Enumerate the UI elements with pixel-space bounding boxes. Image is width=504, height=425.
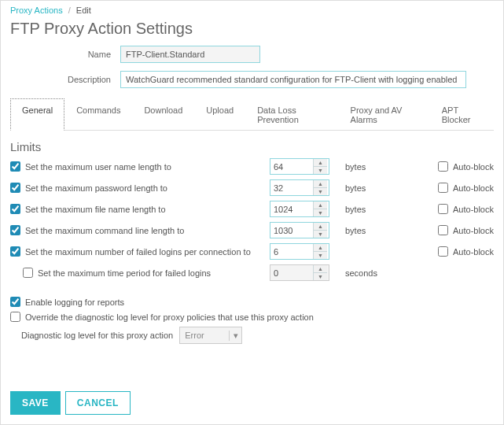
tab-upload[interactable]: Upload — [194, 98, 245, 131]
limit-label: Set the maximum time period for failed l… — [38, 268, 211, 278]
tab-bar: General Commands Download Upload Data Lo… — [10, 98, 494, 131]
spinner-icon[interactable]: ▲▼ — [313, 244, 327, 259]
autoblock-checkbox[interactable] — [438, 246, 448, 257]
breadcrumb-current: Edit — [76, 6, 91, 15]
tab-dlp[interactable]: Data Loss Prevention — [245, 98, 338, 131]
spinner-icon[interactable]: ▲▼ — [313, 180, 327, 195]
limit-checkbox[interactable] — [10, 246, 20, 257]
override-loglevel-checkbox[interactable] — [10, 312, 20, 322]
breadcrumb-link[interactable]: Proxy Actions — [10, 6, 63, 15]
limit-input[interactable] — [270, 159, 313, 174]
limit-label: Set the maximum user name length to — [25, 162, 171, 172]
limit-row: Set the maximum file name length to▲▼byt… — [10, 201, 494, 217]
tab-commands[interactable]: Commands — [64, 98, 132, 131]
limit-unit: bytes — [340, 183, 403, 193]
autoblock-checkbox[interactable] — [438, 161, 448, 172]
spinner-icon[interactable]: ▲▼ — [313, 223, 327, 238]
autoblock-label: Auto-block — [453, 226, 494, 235]
limit-stepper: ▲▼ — [270, 264, 329, 281]
limit-input[interactable] — [270, 180, 313, 195]
breadcrumb: Proxy Actions / Edit — [10, 6, 494, 15]
description-input[interactable] — [120, 71, 466, 88]
limit-stepper[interactable]: ▲▼ — [270, 243, 329, 260]
tab-apt[interactable]: APT Blocker — [430, 98, 494, 131]
limit-input[interactable] — [270, 201, 313, 216]
tab-download[interactable]: Download — [132, 98, 194, 131]
limit-label: Set the maximum password length to — [25, 183, 167, 193]
limit-stepper[interactable]: ▲▼ — [270, 179, 329, 196]
override-loglevel-label: Override the diagnostic log level for pr… — [25, 312, 314, 322]
loglevel-label: Diagnostic log level for this proxy acti… — [21, 331, 173, 340]
cancel-button[interactable]: CANCEL — [65, 391, 131, 415]
limit-checkbox[interactable] — [10, 225, 20, 235]
autoblock-label: Auto-block — [453, 183, 494, 193]
save-button[interactable]: SAVE — [10, 391, 61, 415]
button-row: SAVE CANCEL — [10, 391, 131, 415]
autoblock-label: Auto-block — [453, 162, 494, 172]
enable-logging-checkbox[interactable] — [10, 297, 20, 307]
limit-row: Set the maximum password length to▲▼byte… — [10, 179, 494, 196]
name-label: Name — [10, 50, 120, 59]
spinner-icon[interactable]: ▲▼ — [313, 201, 327, 216]
tab-general[interactable]: General — [10, 98, 64, 131]
name-input[interactable] — [120, 46, 260, 63]
limit-input[interactable] — [270, 244, 313, 259]
limit-row: Set the maximum user name length to▲▼byt… — [10, 158, 494, 175]
autoblock-checkbox[interactable] — [438, 183, 448, 193]
chevron-down-icon: ▾ — [229, 331, 241, 341]
limit-label: Set the maximum number of failed logins … — [25, 247, 251, 257]
limit-input[interactable] — [270, 223, 313, 238]
limit-row: Set the maximum time period for failed l… — [10, 264, 494, 281]
limit-label: Set the maximum file name length to — [25, 205, 166, 214]
limit-stepper[interactable]: ▲▼ — [270, 201, 329, 217]
settings-panel: Proxy Actions / Edit FTP Proxy Action Se… — [0, 0, 504, 425]
description-label: Description — [10, 75, 120, 84]
autoblock-checkbox[interactable] — [438, 204, 448, 214]
limit-unit: bytes — [340, 205, 403, 214]
limit-unit: bytes — [340, 162, 403, 172]
name-row: Name — [10, 46, 494, 63]
limit-unit: bytes — [340, 226, 403, 235]
limit-label: Set the maximum command line length to — [25, 226, 184, 235]
limit-checkbox[interactable] — [10, 204, 20, 214]
limit-unit: seconds — [340, 268, 403, 278]
description-row: Description — [10, 71, 494, 88]
autoblock-label: Auto-block — [453, 247, 494, 257]
enable-logging-label: Enable logging for reports — [25, 298, 124, 307]
loglevel-value: Error — [180, 331, 229, 340]
autoblock-label: Auto-block — [453, 205, 494, 214]
limit-checkbox[interactable] — [23, 268, 33, 278]
breadcrumb-separator: / — [68, 6, 71, 15]
autoblock-checkbox[interactable] — [438, 225, 448, 235]
logging-section: Enable logging for reports Override the … — [10, 297, 494, 344]
limit-row: Set the maximum number of failed logins … — [10, 243, 494, 260]
page-title: FTP Proxy Action Settings — [10, 20, 494, 38]
limits-title: Limits — [10, 140, 494, 153]
limit-stepper[interactable]: ▲▼ — [270, 222, 329, 238]
limit-input — [270, 265, 313, 280]
limit-stepper[interactable]: ▲▼ — [270, 158, 329, 175]
loglevel-select[interactable]: Error ▾ — [179, 327, 242, 344]
spinner-icon[interactable]: ▲▼ — [313, 159, 327, 174]
spinner-icon: ▲▼ — [313, 265, 327, 280]
limit-checkbox[interactable] — [10, 183, 20, 193]
limits-list: Set the maximum user name length to▲▼byt… — [10, 158, 494, 281]
limit-checkbox[interactable] — [10, 161, 20, 172]
tab-proxy-av[interactable]: Proxy and AV Alarms — [339, 98, 430, 131]
limit-row: Set the maximum command line length to▲▼… — [10, 222, 494, 238]
